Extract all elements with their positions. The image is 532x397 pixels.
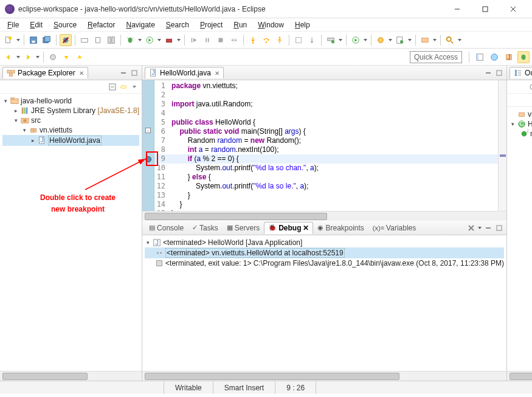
terminate-button[interactable] [215, 34, 227, 46]
close-icon[interactable]: ✕ [215, 70, 219, 77]
debug-dropdown[interactable] [137, 34, 142, 46]
minimize-button[interactable] [443, 0, 471, 18]
menu-refactor[interactable]: Refactor [83, 19, 120, 30]
close-icon[interactable]: ✕ [79, 70, 84, 77]
bottom-tab-debug[interactable]: 🐞Debug✕ [264, 222, 313, 234]
new-class-dropdown[interactable] [407, 34, 412, 46]
outline-class-node[interactable]: C HelloWorld [510, 119, 532, 129]
save-button[interactable] [27, 34, 40, 46]
menu-search[interactable]: Search [161, 19, 194, 30]
profile-button[interactable] [375, 34, 387, 46]
debug-button[interactable] [124, 34, 136, 46]
bottom-tab-breakpoints[interactable]: ◉Breakpoints [313, 222, 368, 234]
outline-method-node[interactable]: S main(String[]) [510, 129, 532, 139]
step-filters-button[interactable] [306, 34, 318, 46]
coverage-dropdown[interactable] [363, 34, 368, 46]
next-annotation-button[interactable] [60, 51, 72, 63]
close-button[interactable] [499, 0, 527, 18]
minimize-bottom-button[interactable] [483, 223, 493, 233]
debug-launch-node[interactable]: J <terminated> HelloWorld [Java Applicat… [145, 238, 504, 247]
link-editor-button[interactable] [119, 82, 128, 92]
tb-btn-3[interactable] [105, 34, 117, 46]
package-explorer-tree[interactable]: java-hello-world JRE System Library [Jav… [0, 94, 142, 371]
open-type-button[interactable] [47, 51, 59, 63]
jre-node[interactable]: JRE System Library [JavaSE-1.8] [2, 106, 139, 116]
new-button[interactable] [2, 34, 15, 46]
java-file-node[interactable]: J HelloWorld.java [2, 135, 139, 146]
new-server-button[interactable] [325, 34, 337, 46]
perspective-open-button[interactable] [474, 51, 486, 63]
maximize-editor-button[interactable] [494, 68, 504, 78]
debug-vm-node[interactable]: <terminated, exit value: 1> C:\Program F… [145, 258, 504, 268]
editor-scrollbar-h[interactable] [142, 211, 506, 221]
outline-tree[interactable]: vn.viettuts C HelloWorld S main(String[]… [507, 107, 532, 371]
outline-tab[interactable]: Outline ✕ [510, 67, 532, 78]
search-dropdown[interactable] [457, 34, 462, 46]
bottom-tab-console[interactable]: ▤Console [145, 222, 188, 234]
package-node[interactable]: vn.viettuts [2, 125, 139, 135]
prev-annotation-button[interactable] [74, 51, 86, 63]
new-package-button[interactable] [419, 34, 431, 46]
new-dropdown[interactable] [16, 34, 21, 46]
step-over-button[interactable] [260, 34, 272, 46]
run-button[interactable] [143, 34, 156, 46]
menu-navigate[interactable]: Navigate [121, 19, 159, 30]
tb-btn-2[interactable] [92, 34, 104, 46]
menu-file[interactable]: File [2, 19, 24, 30]
back-dropdown[interactable] [16, 51, 21, 63]
maximize-view-button[interactable] [130, 68, 139, 78]
outline-package-node[interactable]: vn.viettuts [510, 109, 532, 119]
save-all-button[interactable] [41, 34, 53, 46]
bottom-tab-variables[interactable]: (x)=Variables [368, 222, 420, 234]
breakpoint-gutter[interactable]: - [142, 80, 154, 211]
menu-help[interactable]: Help [290, 19, 315, 30]
skip-breakpoints-button[interactable] [60, 34, 72, 46]
view-menu-button[interactable] [130, 82, 139, 92]
debug-view-body[interactable]: J <terminated> HelloWorld [Java Applicat… [142, 235, 506, 371]
src-node[interactable]: src [2, 116, 139, 125]
maximize-button[interactable] [471, 0, 499, 18]
minimize-view-button[interactable] [119, 68, 128, 78]
ext-tools-dropdown[interactable] [176, 34, 181, 46]
profile-dropdown[interactable] [388, 34, 393, 46]
drop-frame-button[interactable] [292, 34, 305, 46]
bottom-tab-servers[interactable]: ▦Servers [223, 222, 264, 234]
menu-source[interactable]: Source [49, 19, 81, 30]
search-button[interactable] [444, 34, 456, 46]
suspend-button[interactable] [201, 34, 213, 46]
tb-btn-1[interactable] [78, 34, 91, 46]
scrollbar-horizontal[interactable] [0, 371, 142, 381]
back-button[interactable] [2, 51, 15, 63]
menu-window[interactable]: Window [253, 19, 289, 30]
bottom-tab-tasks[interactable]: ✓Tasks [188, 222, 223, 234]
bottom-menu-dropdown[interactable] [477, 222, 482, 234]
run-dropdown[interactable] [157, 34, 162, 46]
minimize-editor-button[interactable] [483, 68, 493, 78]
debug-perspective-button[interactable] [517, 51, 530, 63]
bottom-scrollbar-h[interactable] [142, 371, 506, 381]
editor-body[interactable]: - 1package vn.viettuts;23import java.uti… [142, 80, 506, 211]
coverage-button[interactable] [350, 34, 362, 46]
ext-tools-button[interactable] [163, 34, 175, 46]
resume-button[interactable] [188, 34, 200, 46]
forward-dropdown[interactable] [35, 51, 40, 63]
overview-ruler[interactable] [498, 80, 506, 211]
menu-edit[interactable]: Edit [25, 19, 47, 30]
remove-terminated-button[interactable] [466, 223, 476, 233]
step-into-button[interactable] [247, 34, 259, 46]
project-node[interactable]: java-hello-world [2, 96, 139, 106]
debug-process-node[interactable]: <terminated> vn.viettuts.HelloWorld at l… [145, 247, 504, 258]
step-return-button[interactable] [274, 34, 286, 46]
focus-button[interactable] [528, 82, 532, 92]
java-ee-perspective-button[interactable] [488, 51, 500, 63]
editor-tab[interactable]: J HelloWorld.java ✕ [145, 67, 224, 78]
maximize-bottom-button[interactable] [494, 223, 504, 233]
package-explorer-tab[interactable]: Package Explorer ✕ [2, 67, 88, 78]
collapse-all-button[interactable] [108, 82, 117, 92]
new-server-dropdown[interactable] [338, 34, 343, 46]
menu-run[interactable]: Run [229, 19, 252, 30]
java-perspective-button[interactable]: J [503, 51, 515, 63]
new-class-button[interactable] [394, 34, 406, 46]
disconnect-button[interactable] [228, 34, 240, 46]
outline-scrollbar-h[interactable] [507, 371, 532, 381]
